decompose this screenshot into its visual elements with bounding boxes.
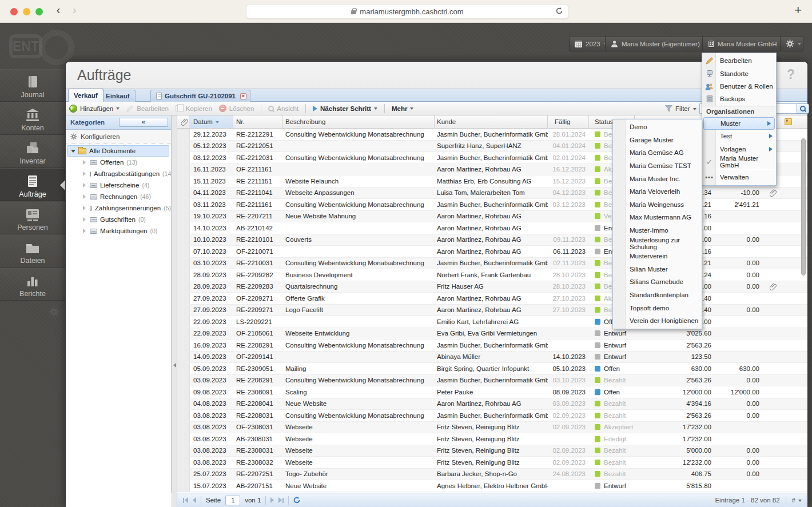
refresh-icon[interactable] [293, 497, 300, 504]
table-row[interactable]: 27.09.2023OF-2209271Offerte GrafikAaron … [177, 293, 807, 305]
sidebar-item-konten[interactable]: Konten [0, 102, 65, 135]
tab-gutschrift[interactable]: Gutschrift GU-2102091 [150, 90, 250, 102]
submenu-item-maria-veloverleih[interactable]: Maria Veloverleih [613, 185, 702, 198]
table-row[interactable]: 19.10.2023RE-2207211Neue Website Mahnung… [177, 211, 807, 223]
category-item-auftragsbestätigungen[interactable]: Auftragsbestätigungen(14) [66, 168, 171, 179]
category-item-zahlungserinnerungen[interactable]: Zahlungserinnerungen(5) [66, 202, 171, 214]
first-page-button[interactable] [183, 497, 188, 503]
table-row[interactable]: 25.07.2023RE-2207251Togo- ZubehörBarbara… [177, 469, 807, 481]
submenu-item-maria-gemüse-test[interactable]: Maria Gemüse TEST [613, 159, 702, 173]
configure-button[interactable]: Konfigurieren [66, 130, 171, 143]
table-row[interactable]: 15.07.2023AB-2207151Neue WebsiteAgnes He… [177, 480, 807, 492]
collapse-panel-button[interactable]: « [119, 118, 169, 127]
table-row[interactable]: 14.09.2023OF-2209141Abinaya Müller14.10.… [177, 352, 807, 364]
sidebar-item-auftraege[interactable]: Aufträge [0, 169, 65, 201]
table-row[interactable]: 04.11.2023RE-2211041Webseite Anpassungen… [177, 187, 807, 199]
row-number-toggle[interactable]: # [792, 497, 802, 504]
sidebar-item-inventar[interactable]: Inventar [0, 135, 65, 168]
sidebar-item-personen[interactable]: Personen [0, 202, 65, 234]
table-row[interactable]: 28.09.2023RE-2209282Business Development… [177, 269, 807, 281]
submenu-item-silians-gamebude[interactable]: Silians Gamebude [613, 276, 702, 289]
sidebar-item-dateien[interactable]: Dateien [0, 235, 65, 268]
submenu-item-musterlösung-zur-schulung[interactable]: Musterlösung zur Schulung [613, 237, 702, 250]
table-row[interactable]: 28.09.2023RE-2209283QuartalsrechnungFrit… [177, 281, 807, 293]
minimize-window-button[interactable] [23, 8, 30, 15]
table-row[interactable]: 03.08.2023AB-2308031WebseiteFritz Steven… [177, 433, 807, 445]
submenu-item-maria-weingenuss[interactable]: Maria Weingenuss [613, 198, 702, 211]
copy-button[interactable]: Kopieren [176, 105, 212, 112]
sidebar-item-berichte[interactable]: Berichte [0, 268, 65, 301]
table-row[interactable]: 22.09.2023LS-2209221Emilio Kart, Lehrfah… [177, 316, 807, 328]
column-header-beschreibung[interactable]: Beschreibung [283, 115, 435, 128]
table-row[interactable]: 27.09.2023RE-2209271Logo FaceliftAaron M… [177, 305, 807, 317]
table-row[interactable]: 03.08.2023RE-2308031WebseiteFritz Steven… [177, 445, 807, 457]
filter-button[interactable]: Filter [675, 105, 696, 112]
table-row[interactable]: 22.09.2023OF-2105061Webseite Entwicklung… [177, 328, 807, 340]
submenu-item-standardkontenplan[interactable]: Standardkontenplan [613, 289, 702, 302]
submenu-item-topsoft-demo[interactable]: Topsoft demo [613, 301, 702, 314]
submenu-item-musterverein[interactable]: Musterverein [613, 250, 702, 263]
column-header-kunde[interactable]: Kunde [435, 115, 548, 128]
table-row[interactable]: 03.11.2023RE-2211161Consulting Webentwic… [177, 199, 807, 211]
submenu-item-max-mustermann-ag[interactable]: Max Mustermann AG [613, 211, 702, 224]
menu-item-backups[interactable]: Backups [702, 93, 776, 105]
table-row[interactable]: 03.10.2023RE-2210031Consulting Webentwic… [177, 258, 807, 270]
url-bar[interactable]: mariamustergmbh.cashctrl.com [246, 4, 569, 19]
organization-menu-button[interactable]: Maria Muster GmbH [702, 36, 790, 51]
menu-item-test[interactable]: Test [702, 130, 776, 142]
category-item-marktquittungen[interactable]: Marktquittungen(0) [66, 225, 171, 237]
column-header-faellig[interactable]: Fällig [548, 115, 589, 128]
category-item-gutschriften[interactable]: Gutschriften(0) [66, 214, 171, 225]
settings-button[interactable] [780, 36, 803, 51]
sidebar-item-journal[interactable]: Journal [0, 69, 65, 102]
user-menu-button[interactable]: Maria Muster (Eigentümer) [605, 36, 713, 51]
next-page-button[interactable] [270, 497, 274, 503]
column-header-nr[interactable]: Nr. [233, 115, 283, 128]
column-header-datum[interactable]: Datum [190, 115, 233, 128]
table-row[interactable]: 04.08.2023RE-2208041Neue WebsiteAaron Ma… [177, 398, 807, 410]
submenu-item-garage-muster[interactable]: Garage Muster [613, 134, 702, 147]
more-button[interactable]: Mehr [392, 105, 413, 112]
submenu-item-silian-muster[interactable]: Silian Muster [613, 263, 702, 276]
table-row[interactable]: 03.08.2023RE-2208031Consulting Webentwic… [177, 410, 807, 422]
close-icon[interactable] [240, 93, 246, 99]
tab-verkauf[interactable]: Verkauf [68, 89, 104, 102]
menu-item-maria-muster-gmbh[interactable]: ✓Maria Muster GmbH [702, 155, 776, 168]
submenu-item-muster-immo[interactable]: Muster-Immo [613, 224, 702, 237]
new-tab-button[interactable]: + [794, 3, 802, 18]
delete-button[interactable]: Löschen [219, 105, 254, 112]
back-button[interactable]: ‹ [51, 3, 65, 17]
prev-page-button[interactable] [193, 497, 196, 503]
menu-item-verwalten[interactable]: •••Verwalten [702, 171, 776, 183]
panel-splitter[interactable] [172, 115, 177, 507]
table-row[interactable]: 07.10.2023OF-2210071Aaron Martinez, Rohr… [177, 246, 807, 258]
search-button[interactable] [797, 103, 809, 114]
menu-item-muster[interactable]: Muster [703, 117, 775, 130]
table-row[interactable]: 03.08.2023OF-2308031WebseiteFritz Steven… [177, 422, 807, 434]
next-step-button[interactable]: Nächster Schritt [313, 105, 377, 112]
view-button[interactable]: Ansicht [268, 105, 298, 112]
table-row[interactable]: 09.08.2023RE-2308091ScalingPeter Pauke08… [177, 386, 807, 398]
attachment-column-header[interactable] [177, 115, 190, 128]
zoom-window-button[interactable] [35, 8, 43, 15]
tab-einkauf[interactable]: Einkauf [100, 90, 136, 102]
category-item-offerten[interactable]: Offerten(13) [66, 157, 171, 168]
forward-button[interactable]: › [67, 3, 81, 17]
add-button[interactable]: Hinzufügen [69, 105, 120, 113]
sidebar-gear-icon[interactable] [49, 307, 59, 319]
table-row[interactable]: 16.09.2023RE-2208291Consulting Webentwic… [177, 340, 807, 352]
close-window-button[interactable] [10, 8, 18, 15]
menu-item-standorte[interactable]: Standorte [702, 67, 776, 79]
reload-icon[interactable] [556, 7, 563, 16]
table-row[interactable]: 05.09.2023RE-2309051MailingBirgit Spring… [177, 363, 807, 375]
submenu-item-verein-der-honigbienen[interactable]: Verein der Honigbienen [613, 314, 702, 328]
table-row[interactable]: 10.10.2023RE-2210101CouvertsAaron Martin… [177, 234, 807, 246]
submenu-item-maria-muster-inc[interactable]: Maria Muster Inc. [613, 172, 702, 185]
menu-item-benutzer-rollen[interactable]: Benutzer & Rollen [702, 80, 776, 93]
edit-button[interactable]: Bearbeiten [126, 105, 169, 112]
submenu-item-demo[interactable]: Demo [613, 121, 702, 134]
category-item-alle-dokumente[interactable]: Alle Dokumente [67, 145, 169, 157]
page-number-input[interactable] [225, 496, 240, 505]
menu-item-bearbeiten[interactable]: Bearbeiten [702, 54, 776, 67]
last-page-button[interactable] [278, 497, 284, 503]
